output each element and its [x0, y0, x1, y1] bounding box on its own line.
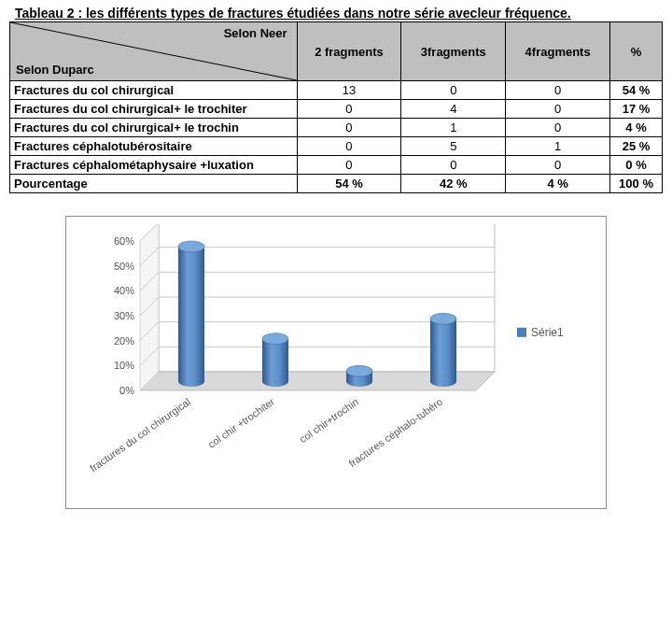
cell-pct: 54 %	[610, 81, 663, 100]
cell: 0	[506, 81, 610, 100]
cell-pct: 25 %	[610, 137, 663, 156]
col-header: 4fragments	[506, 22, 610, 81]
svg-marker-2	[140, 224, 159, 390]
cell: 5	[401, 137, 506, 156]
cell: 0	[297, 100, 401, 119]
svg-text:0%: 0%	[119, 385, 134, 396]
axis-diagonal-cell: Selon Neer Selon Duparc	[10, 22, 298, 81]
table-row: Fractures du col chirurgical 13 0 0 54 %	[10, 81, 663, 100]
svg-point-35	[346, 375, 372, 387]
svg-text:col chir+trochin: col chir+trochin	[297, 396, 360, 445]
svg-rect-45	[517, 328, 526, 337]
cell: 0	[506, 119, 610, 137]
svg-point-36	[346, 365, 372, 376]
cell: 0	[506, 100, 610, 119]
row-label: Fractures du col chirurgical+ le trochit…	[10, 100, 298, 119]
row-label: Fractures du col chirurgical+ le trochin	[10, 119, 298, 137]
svg-text:30%: 30%	[114, 310, 134, 321]
cell: 4 %	[506, 175, 610, 193]
row-label: Fractures céphalométaphysaire +luxation	[10, 156, 298, 175]
chart-container: 0%10%20%30%40%50%60%fractures du col chi…	[65, 216, 607, 509]
axis-top-label: Selon Neer	[224, 26, 287, 40]
svg-text:50%: 50%	[114, 261, 134, 272]
svg-text:Série1: Série1	[531, 326, 564, 339]
table-row: Fractures du col chirurgical+ le trochit…	[10, 100, 663, 119]
svg-text:col chir +trochiter: col chir +trochiter	[205, 396, 276, 450]
cell: 13	[297, 81, 401, 100]
svg-text:10%: 10%	[114, 360, 134, 371]
svg-rect-25	[178, 247, 204, 381]
svg-point-40	[430, 313, 456, 324]
cell: 0	[401, 156, 506, 175]
cell-pct: 4 %	[610, 119, 663, 137]
cell: 1	[506, 137, 610, 156]
svg-rect-29	[262, 339, 288, 381]
row-label: Pourcentage	[10, 175, 298, 193]
table-footer-row: Pourcentage 54 % 42 % 4 % 100 %	[10, 175, 663, 193]
cell: 1	[401, 119, 506, 137]
cell: 0	[297, 156, 401, 175]
cell-pct: 0 %	[610, 156, 663, 175]
svg-point-27	[178, 375, 204, 387]
svg-point-39	[430, 375, 456, 387]
svg-text:fractures céphalo-tubéro: fractures céphalo-tubéro	[347, 396, 445, 469]
row-label: Fractures du col chirurgical	[10, 81, 298, 100]
col-header: 3fragments	[401, 22, 506, 81]
cell: 4	[401, 100, 506, 119]
table-caption: Tableau 2 : les différents types de frac…	[15, 6, 663, 21]
cell: 54 %	[297, 175, 401, 193]
fractures-table: Selon Neer Selon Duparc 2 fragments 3fra…	[9, 21, 663, 193]
table-header-row: Selon Neer Selon Duparc 2 fragments 3fra…	[10, 22, 663, 81]
axis-left-label: Selon Duparc	[16, 63, 94, 77]
cell: 0	[401, 81, 506, 100]
col-header: 2 fragments	[297, 22, 401, 81]
svg-text:20%: 20%	[114, 335, 134, 347]
bar-chart: 0%10%20%30%40%50%60%fractures du col chi…	[75, 224, 597, 504]
cell-pct: 17 %	[610, 100, 663, 119]
svg-point-28	[178, 241, 204, 252]
cell: 42 %	[401, 175, 506, 193]
cell-pct: 100 %	[610, 175, 663, 193]
svg-point-31	[262, 375, 288, 387]
table-row: Fractures céphalométaphysaire +luxation …	[10, 156, 663, 175]
svg-text:40%: 40%	[114, 285, 134, 296]
svg-text:fractures du col chirurgical: fractures du col chirurgical	[88, 396, 192, 474]
cell: 0	[297, 119, 401, 137]
table-row: Fractures du col chirurgical+ le trochin…	[10, 119, 663, 137]
col-header: %	[610, 22, 663, 81]
cell: 0	[506, 156, 610, 175]
svg-point-32	[262, 333, 288, 345]
row-label: Fractures céphalotubérositaire	[10, 137, 298, 156]
svg-rect-37	[430, 318, 456, 381]
table-row: Fractures céphalotubérositaire 0 5 1 25 …	[10, 137, 663, 156]
cell: 0	[297, 137, 401, 156]
svg-text:60%: 60%	[114, 235, 134, 247]
